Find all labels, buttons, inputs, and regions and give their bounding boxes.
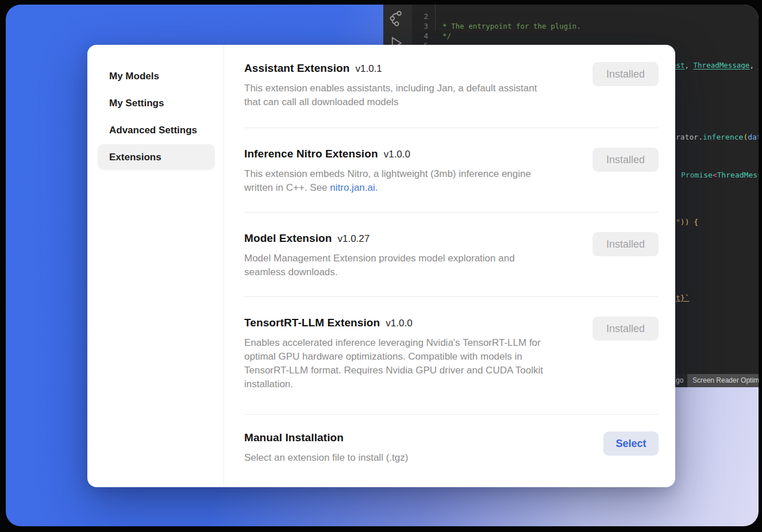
extensions-panel: Assistant Extension v1.0.1 This extensio… bbox=[224, 45, 675, 487]
sidebar-item-advanced-settings[interactable]: Advanced Settings bbox=[98, 117, 215, 143]
app-canvas: 2 * The entrypoint for the plugin. 3 */ … bbox=[6, 5, 759, 526]
extension-description: This extension embeds Nitro, a lightweig… bbox=[244, 167, 531, 195]
extension-row-assistant: Assistant Extension v1.0.1 This extensio… bbox=[244, 45, 659, 128]
status-text: go bbox=[676, 374, 683, 387]
screen-reader-status-item[interactable]: Screen Reader Optimize bbox=[687, 374, 759, 387]
extension-description: Select an extension file to install (.tg… bbox=[244, 451, 408, 465]
sidebar-item-label: Extensions bbox=[109, 152, 161, 163]
extension-description: Enables accelerated inference leveraging… bbox=[244, 336, 543, 391]
installed-button: Installed bbox=[592, 62, 659, 86]
select-file-button[interactable]: Select bbox=[603, 431, 659, 456]
extension-row-model: Model Extension v1.0.27 Model Management… bbox=[244, 213, 659, 297]
sidebar-item-label: Advanced Settings bbox=[109, 125, 197, 136]
code-line: 2 * The entrypoint for the plugin. bbox=[383, 5, 759, 11]
extension-name: TensortRT-LLM Extension bbox=[244, 317, 380, 329]
extension-description: This extension enables assistants, inclu… bbox=[244, 82, 537, 109]
extension-description: Model Management Extension provides mode… bbox=[244, 252, 515, 279]
extension-name: Manual Installation bbox=[244, 431, 344, 444]
nitro-jan-ai-link[interactable]: nitro.jan.ai. bbox=[330, 182, 378, 193]
extension-version: v1.0.0 bbox=[386, 318, 412, 329]
extension-row-manual-install: Manual Installation Select an extension … bbox=[244, 415, 659, 478]
installed-button: Installed bbox=[592, 232, 659, 256]
extension-version: v1.0.0 bbox=[384, 149, 410, 160]
sidebar-item-my-models[interactable]: My Models bbox=[98, 63, 215, 89]
sidebar-item-label: My Models bbox=[109, 71, 159, 82]
code-fragment: rator.inference(data)); bbox=[676, 133, 759, 141]
extension-row-tensorrt: TensortRT-LLM Extension v1.0.0 Enables a… bbox=[244, 297, 659, 415]
code-fragment: ")) { bbox=[676, 218, 698, 226]
code-line: 5 // Web / extension runtime bbox=[383, 31, 759, 41]
code-fragment: t}` bbox=[676, 294, 689, 302]
extension-row-nitro: Inference Nitro Extension v1.0.0 This ex… bbox=[244, 128, 659, 213]
installed-button: Installed bbox=[592, 317, 659, 341]
code-line: 4 bbox=[383, 21, 759, 31]
extension-name: Inference Nitro Extension bbox=[244, 148, 378, 160]
extension-version: v1.0.1 bbox=[356, 63, 382, 75]
installed-button: Installed bbox=[592, 148, 659, 172]
code-line: 3 */ bbox=[383, 11, 759, 21]
extension-name: Model Extension bbox=[244, 232, 332, 245]
settings-modal: My Models My Settings Advanced Settings … bbox=[87, 45, 675, 487]
extension-name: Assistant Extension bbox=[244, 62, 350, 75]
extension-version: v1.0.27 bbox=[337, 233, 370, 245]
sidebar-item-label: My Settings bbox=[109, 98, 164, 109]
sidebar-item-extensions[interactable]: Extensions bbox=[98, 144, 215, 170]
settings-sidebar: My Models My Settings Advanced Settings … bbox=[87, 45, 224, 487]
sidebar-item-my-settings[interactable]: My Settings bbox=[98, 90, 215, 116]
code-fragment: Promise<ThreadMessage> bbox=[681, 171, 759, 179]
